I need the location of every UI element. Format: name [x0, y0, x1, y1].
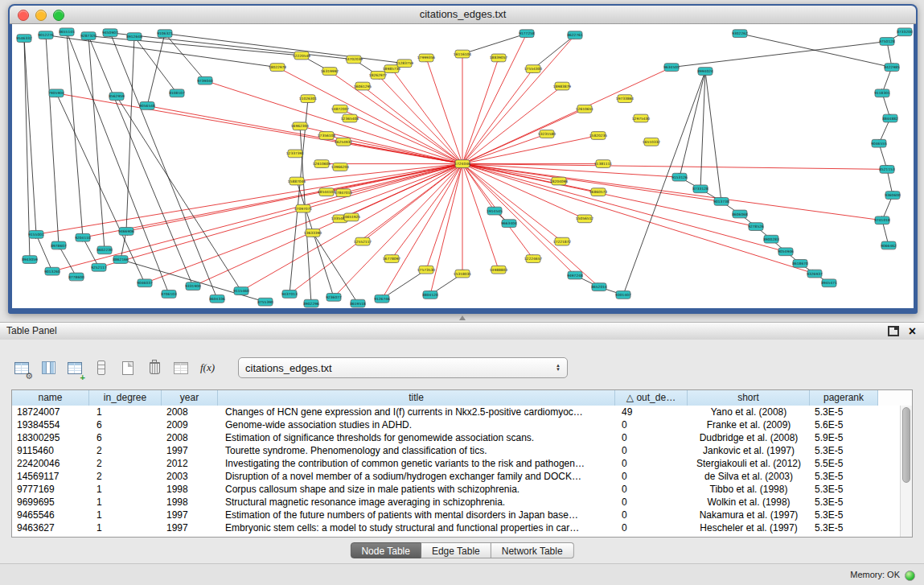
graph-node[interactable]: 8943059 [22, 256, 38, 264]
graph-node[interactable]: 9326937 [807, 270, 823, 278]
graph-node[interactable]: 17847015 [335, 189, 353, 197]
graph-node[interactable]: 8604336 [209, 295, 225, 303]
column-header-year[interactable]: year [162, 390, 218, 406]
table-row[interactable]: 1872400712008Changes of HCN gene express… [12, 406, 900, 418]
graph-node[interactable]: 8422985 [884, 64, 900, 72]
tab-network-table[interactable]: Network Table [491, 542, 574, 558]
vertical-scrollbar[interactable] [900, 406, 912, 537]
graph-node[interactable]: 12220549 [293, 51, 311, 60]
graph-node[interactable]: 8994024 [697, 68, 713, 76]
graph-node[interactable]: 8602230 [97, 246, 113, 254]
graph-node[interactable]: 12610651 [576, 105, 594, 113]
graph-node[interactable]: 18544103 [318, 188, 336, 196]
graph-node[interactable]: 8912648 [126, 33, 142, 41]
graph-node[interactable]: 9287320 [80, 32, 97, 40]
graph-node[interactable]: 8619518 [350, 299, 366, 307]
graph-node[interactable]: 16778097 [383, 255, 401, 263]
graph-node[interactable]: 9054946 [778, 248, 794, 256]
graph-node[interactable]: 9013738 [713, 198, 729, 206]
graph-node[interactable]: 8733128 [692, 185, 708, 193]
graph-node[interactable]: 14988803 [490, 266, 508, 274]
graph-node[interactable]: 17999356 [417, 54, 436, 62]
graph-node[interactable]: 16962304 [291, 122, 310, 130]
zoom-window-button[interactable] [53, 10, 64, 21]
close-panel-icon[interactable]: × [909, 325, 916, 338]
graph-node[interactable]: 15056512 [576, 215, 594, 223]
graph-node[interactable]: 9278526 [748, 223, 764, 231]
graph-node[interactable]: 17573530 [417, 266, 436, 274]
table-row[interactable]: 1830029562008Estimation of significance … [12, 431, 900, 444]
graph-node[interactable]: 17221872 [553, 237, 572, 245]
new-table-button[interactable] [117, 357, 138, 378]
graph-node[interactable]: 12365408 [341, 114, 359, 122]
row-options-button[interactable] [91, 357, 112, 378]
graph-node[interactable]: 8562959 [109, 93, 125, 101]
column-header-out-degree[interactable]: △ out_de… [615, 390, 688, 406]
window-titlebar[interactable]: citations_edges.txt [10, 6, 916, 24]
graph-node[interactable]: 8622761 [567, 31, 583, 39]
graph-node[interactable]: 9301407 [615, 291, 631, 299]
tab-edge-table[interactable]: Edge Table [421, 542, 491, 558]
graph-node[interactable]: 14872007 [331, 105, 350, 113]
graph-node[interactable]: 11026301 [299, 95, 318, 103]
network-graph[interactable]: 1724046161161041883905717554300189838791… [12, 24, 914, 308]
graph-node[interactable]: 9046037 [137, 279, 153, 287]
graph-node[interactable]: 8900283 [763, 235, 779, 243]
table-row[interactable]: 946362711997Embryonic stem cells: a mode… [12, 521, 900, 534]
graph-node[interactable]: 8108107 [169, 89, 185, 97]
graph-node[interactable]: 9012276 [38, 31, 54, 39]
delete-column-button[interactable] [144, 357, 165, 378]
graph-node[interactable]: 16254937 [335, 138, 353, 146]
divider-handle[interactable] [459, 315, 466, 320]
graph-node[interactable]: 9056548 [139, 102, 155, 110]
graph-node[interactable]: 9634505 [663, 64, 680, 72]
show-columns-button[interactable] [38, 357, 59, 378]
graph-node[interactable]: 16061295 [354, 82, 372, 90]
table-row[interactable]: 1938455462009Genome-wide association stu… [12, 418, 900, 431]
graph-node[interactable]: 9546332 [16, 35, 32, 43]
graph-node[interactable]: 9153126 [671, 173, 688, 181]
graph-node[interactable]: 12552117 [354, 237, 372, 245]
graph-node[interactable]: 18204098 [550, 177, 569, 185]
import-table-button[interactable] [170, 357, 191, 378]
graph-node[interactable]: 8652014 [591, 283, 607, 291]
graph-node[interactable]: 9046555 [871, 139, 887, 147]
graph-node[interactable]: 9663404 [501, 220, 517, 228]
graph-node[interactable]: 8945471 [821, 279, 837, 287]
tab-node-table[interactable]: Node Table [350, 542, 421, 558]
graph-node[interactable]: 15820235 [589, 132, 608, 140]
graph-node[interactable]: 9066462 [881, 241, 897, 249]
split-divider[interactable] [0, 314, 924, 322]
graph-node[interactable]: 8844882 [882, 114, 898, 122]
table-mode-button[interactable]: ⚙ [11, 357, 32, 378]
scrollbar-thumb[interactable] [902, 407, 910, 483]
graph-node[interactable]: 9739040 [197, 76, 213, 84]
graph-node[interactable]: 9750128 [879, 38, 895, 46]
graph-node[interactable]: 8733200 [897, 28, 913, 36]
table-source-dropdown[interactable]: citations_edges.txt ▲▼ [238, 357, 568, 378]
graph-node[interactable]: 9252117 [91, 263, 107, 271]
graph-node[interactable]: 16116104 [454, 50, 472, 58]
graph-node[interactable]: 14702039 [345, 56, 363, 64]
graph-node[interactable]: 8862166 [113, 256, 129, 264]
graph-node[interactable]: 11381111 [594, 160, 613, 168]
column-header-in-degree[interactable]: in_degree [89, 390, 162, 406]
graph-node[interactable]: 17097071 [294, 204, 313, 212]
table-row[interactable]: 946554611997Estimation of the future num… [12, 509, 900, 521]
graph-node[interactable]: 17356108 [318, 132, 336, 140]
graph-node[interactable]: 8655145 [59, 28, 75, 36]
graph-node[interactable]: 8778600 [68, 273, 84, 281]
graph-node[interactable]: 16860573 [589, 188, 608, 196]
float-panel-icon[interactable] [888, 326, 899, 336]
graph-node[interactable]: 8902296 [303, 299, 319, 307]
graph-node[interactable]: 8521153 [879, 166, 895, 174]
graph-node[interactable]: 8741018 [874, 216, 890, 225]
graph-node[interactable]: 12224657 [524, 255, 543, 263]
column-header-pagerank[interactable]: pagerank [810, 390, 878, 406]
table-row[interactable]: 969969511998Structural magnetic resonanc… [12, 496, 900, 509]
graph-node[interactable]: 9331900 [185, 282, 201, 290]
table-row[interactable]: 911546021997Tourette syndrome. Phenomeno… [12, 444, 900, 457]
graph-node[interactable]: 8706103 [161, 290, 177, 299]
minimize-window-button[interactable] [35, 10, 47, 21]
graph-node[interactable]: 8755390 [257, 298, 273, 306]
